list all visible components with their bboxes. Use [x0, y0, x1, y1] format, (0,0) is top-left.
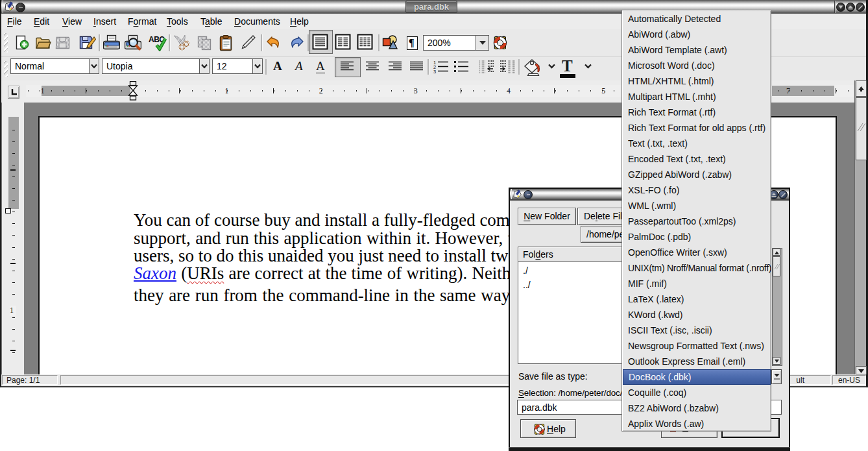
- svg-text:3: 3: [433, 69, 436, 74]
